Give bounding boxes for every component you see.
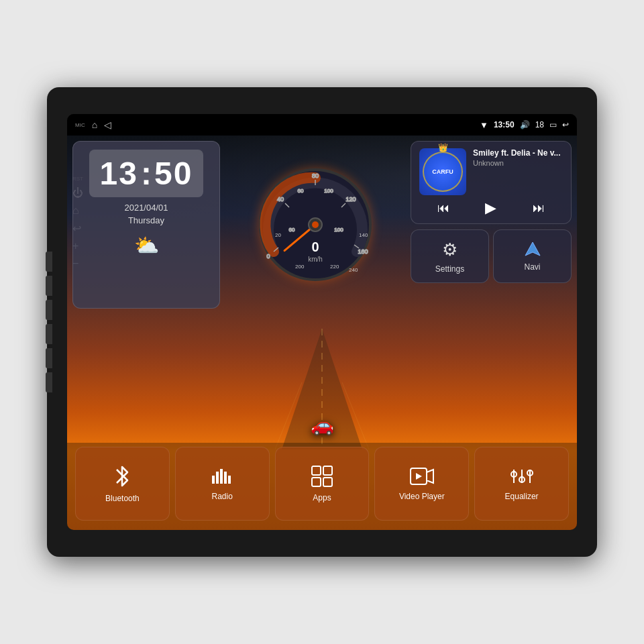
music-widget: CARFU 👑 Smiley ft. Delia - Ne v... Unkno…	[411, 141, 572, 309]
equalizer-label: Equalizer	[505, 492, 539, 501]
music-title: Smiley ft. Delia - Ne v...	[473, 148, 563, 158]
next-button[interactable]: ⏭	[533, 201, 545, 215]
play-button[interactable]: ▶	[485, 199, 496, 217]
navi-icon	[524, 241, 541, 258]
svg-text:20: 20	[275, 232, 281, 238]
wifi-icon: ▼	[480, 120, 488, 130]
navi-button[interactable]: Navi	[493, 229, 572, 283]
car-silhouette: 🚗	[311, 414, 334, 436]
clock-day: Thursday	[128, 215, 164, 225]
svg-point-21	[312, 221, 319, 228]
svg-marker-41	[416, 473, 422, 480]
status-time: 13:50	[494, 120, 515, 129]
prev-button[interactable]: ⏮	[437, 201, 449, 215]
status-bar: MIC ⌂ ◁ ▼ 13:50 🔊 18 ▭ ↩	[67, 114, 577, 136]
clock-display: 13 : 50	[89, 150, 204, 197]
svg-text:220: 220	[330, 264, 339, 270]
settings-button[interactable]: ⚙ Settings	[411, 229, 489, 283]
clock-minute: 50	[154, 155, 193, 192]
status-right: ▼ 13:50 🔊 18 ▭ ↩	[480, 120, 569, 130]
music-controls: ⏮ ▶ ⏭	[419, 199, 563, 217]
volume-icon: 🔊	[520, 120, 530, 129]
svg-rect-33	[224, 472, 227, 484]
svg-text:140: 140	[359, 232, 368, 238]
radio-button[interactable]: Radio	[175, 447, 270, 521]
screen: MIC ⌂ ◁ ▼ 13:50 🔊 18 ▭ ↩	[67, 114, 577, 530]
volume-level: 18	[535, 120, 544, 129]
settings-navi-row: ⚙ Settings Navi	[411, 229, 572, 283]
svg-text:120: 120	[345, 196, 356, 203]
clock-widget: 13 : 50 2021/04/01 Thursday ⛅	[72, 141, 220, 309]
music-player: CARFU 👑 Smiley ft. Delia - Ne v... Unkno…	[411, 141, 572, 224]
equalizer-icon	[510, 466, 534, 486]
speedometer-svg: 0 40 80 120 160	[255, 164, 376, 285]
apps-icon	[311, 465, 333, 488]
bluetooth-button[interactable]: Bluetooth	[75, 447, 170, 521]
window-icon: ▭	[549, 120, 557, 129]
svg-text:240: 240	[349, 267, 358, 273]
carfu-logo: CARFU	[432, 168, 453, 175]
svg-rect-37	[312, 478, 321, 486]
svg-rect-36	[323, 466, 332, 475]
video-icon	[410, 466, 434, 486]
crown-icon: 👑	[438, 143, 448, 152]
bottom-buttons-row: Bluetooth Radio	[67, 443, 577, 530]
video-label: Video Player	[399, 492, 445, 501]
svg-text:km/h: km/h	[308, 256, 323, 263]
radio-icon	[211, 466, 233, 486]
svg-text:60: 60	[289, 227, 295, 233]
navi-label: Navi	[524, 262, 540, 272]
svg-rect-30	[212, 476, 215, 484]
apps-label: Apps	[313, 493, 331, 502]
svg-rect-38	[323, 478, 332, 486]
mic-label: MIC	[75, 122, 85, 128]
bluetooth-label: Bluetooth	[105, 494, 140, 503]
car-head-unit: MIC ⌂ ◁ ▼ 13:50 🔊 18 ▭ ↩	[47, 87, 597, 557]
back-icon[interactable]: ↩	[562, 120, 569, 129]
album-container: CARFU 👑	[419, 148, 466, 195]
music-top: CARFU 👑 Smiley ft. Delia - Ne v... Unkno…	[419, 148, 563, 195]
home-icon[interactable]: ⌂	[92, 119, 97, 130]
album-art-inner: CARFU	[423, 152, 463, 192]
music-artist: Unknown	[473, 159, 563, 167]
music-info: Smiley ft. Delia - Ne v... Unknown	[473, 148, 563, 172]
status-left: MIC ⌂ ◁	[75, 119, 111, 130]
svg-rect-34	[228, 476, 231, 484]
svg-text:100: 100	[334, 227, 343, 233]
svg-marker-29	[525, 242, 540, 256]
settings-label: Settings	[435, 264, 464, 274]
bluetooth-icon	[111, 464, 133, 488]
clock-date: 2021/04/01	[124, 203, 168, 213]
weather-icon: ⛅	[134, 233, 159, 257]
svg-text:40: 40	[277, 196, 284, 203]
radio-label: Radio	[212, 492, 233, 501]
video-button[interactable]: Video Player	[374, 447, 469, 521]
svg-rect-35	[312, 466, 321, 475]
svg-rect-32	[220, 469, 223, 484]
album-art: CARFU	[419, 148, 466, 195]
clock-colon: :	[141, 155, 152, 192]
side-buttons	[46, 252, 52, 392]
svg-rect-31	[216, 472, 219, 484]
svg-text:60: 60	[298, 188, 304, 194]
apps-button[interactable]: Apps	[275, 447, 370, 521]
svg-text:80: 80	[312, 172, 319, 179]
svg-marker-40	[427, 470, 433, 483]
svg-text:200: 200	[295, 264, 305, 270]
speedometer-widget: 0 40 80 120 160	[225, 141, 405, 309]
main-content: 🚗 RST ⏻ ⌂ ↩ + − 13 : 50 202	[67, 136, 577, 530]
settings-icon: ⚙	[442, 239, 458, 260]
nav-back-icon[interactable]: ◁	[104, 119, 111, 130]
svg-text:100: 100	[324, 188, 333, 194]
svg-text:160: 160	[358, 248, 368, 255]
equalizer-button[interactable]: Equalizer	[474, 447, 569, 521]
svg-text:0: 0	[311, 239, 319, 254]
widgets-row: 13 : 50 2021/04/01 Thursday ⛅	[72, 141, 572, 309]
svg-text:0: 0	[266, 253, 270, 260]
clock-hour: 13	[100, 155, 138, 192]
